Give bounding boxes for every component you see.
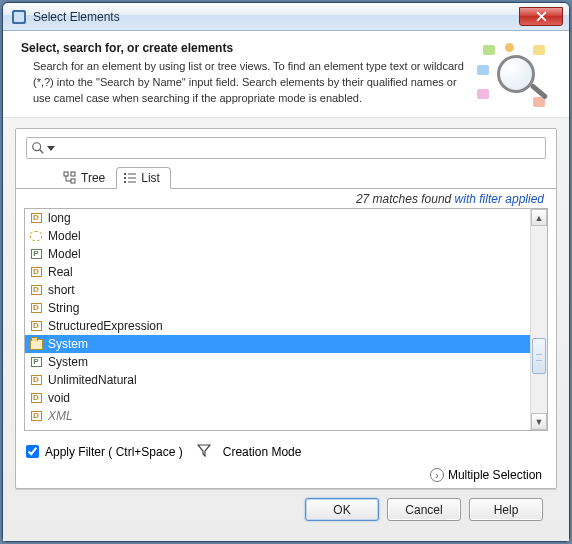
- funnel-icon[interactable]: [197, 443, 211, 460]
- close-icon: [536, 11, 547, 22]
- app-icon: [11, 9, 27, 25]
- svg-line-3: [40, 150, 44, 154]
- list-item[interactable]: DString: [25, 299, 530, 317]
- datatype-icon: D: [29, 374, 43, 387]
- search-dropdown-icon[interactable]: [47, 146, 55, 151]
- tab-list-label: List: [141, 171, 160, 185]
- close-button[interactable]: [519, 7, 563, 26]
- list-item-label: String: [48, 301, 79, 315]
- creation-mode-label[interactable]: Creation Mode: [223, 445, 302, 459]
- list-item[interactable]: Dlong: [25, 209, 530, 227]
- svg-rect-6: [71, 179, 75, 183]
- package-icon: [29, 338, 43, 351]
- list-item-label: XML: [48, 409, 73, 423]
- header-panel: Select, search for, or create elements S…: [3, 31, 569, 118]
- apply-filter-checkbox[interactable]: [26, 445, 39, 458]
- list-item[interactable]: Dshort: [25, 281, 530, 299]
- list-item-label: System: [48, 355, 88, 369]
- search-icon: [31, 141, 45, 155]
- status-line: 27 matches found with filter applied: [16, 189, 556, 208]
- datatype-icon: D: [29, 284, 43, 297]
- header-heading: Select, search for, or create elements: [21, 41, 465, 55]
- content-panel: Tree List 27 matches found with filter a…: [15, 128, 557, 489]
- view-tabs: Tree List: [16, 165, 556, 189]
- model-icon: [29, 230, 43, 243]
- dialog-body: Tree List 27 matches found with filter a…: [3, 118, 569, 541]
- filter-applied-link[interactable]: with filter applied: [455, 192, 544, 206]
- window-title: Select Elements: [33, 10, 519, 24]
- results-list-container: DlongModelPModelDRealDshortDStringDStruc…: [24, 208, 548, 431]
- svg-rect-7: [124, 173, 126, 175]
- header-illustration: [475, 41, 555, 111]
- list-item-label: System: [48, 337, 88, 351]
- svg-rect-4: [64, 172, 68, 176]
- list-item[interactable]: System: [25, 335, 530, 353]
- list-item-label: short: [48, 283, 75, 297]
- list-item[interactable]: DStructuredExpression: [25, 317, 530, 335]
- list-item[interactable]: DUnlimitedNatural: [25, 371, 530, 389]
- help-button[interactable]: Help: [469, 498, 543, 521]
- search-field[interactable]: [26, 137, 546, 159]
- list-item[interactable]: DXML: [25, 407, 530, 425]
- titlebar: Select Elements: [3, 3, 569, 31]
- list-item[interactable]: Model: [25, 227, 530, 245]
- scrollbar[interactable]: ▲ ▼: [530, 209, 547, 430]
- header-description: Search for an element by using list or t…: [21, 59, 465, 107]
- scroll-up-button[interactable]: ▲: [531, 209, 547, 226]
- list-item[interactable]: PModel: [25, 245, 530, 263]
- datatype-icon: D: [29, 320, 43, 333]
- list-item-label: UnlimitedNatural: [48, 373, 137, 387]
- svg-point-2: [33, 143, 41, 151]
- datatype-icon: D: [29, 302, 43, 315]
- profile-icon: P: [29, 356, 43, 369]
- list-item-label: Real: [48, 265, 73, 279]
- options-row: Apply Filter ( Ctrl+Space ) Creation Mod…: [16, 437, 556, 462]
- scroll-track[interactable]: [531, 226, 547, 413]
- search-input[interactable]: [55, 138, 541, 158]
- datatype-icon: D: [29, 410, 43, 423]
- list-item[interactable]: PSystem: [25, 353, 530, 371]
- tab-list[interactable]: List: [116, 167, 171, 189]
- datatype-icon: D: [29, 266, 43, 279]
- cancel-button[interactable]: Cancel: [387, 498, 461, 521]
- scroll-thumb[interactable]: [532, 338, 546, 374]
- button-bar: OK Cancel Help: [15, 498, 557, 533]
- list-icon: [123, 171, 137, 185]
- profile-icon: P: [29, 248, 43, 261]
- list-item-label: Model: [48, 229, 81, 243]
- scroll-down-button[interactable]: ▼: [531, 413, 547, 430]
- svg-rect-8: [124, 177, 126, 179]
- tree-icon: [63, 171, 77, 185]
- expand-icon[interactable]: ›: [430, 468, 444, 482]
- apply-filter-label[interactable]: Apply Filter ( Ctrl+Space ): [45, 445, 183, 459]
- datatype-icon: D: [29, 212, 43, 225]
- separator: [15, 489, 557, 490]
- ok-button[interactable]: OK: [305, 498, 379, 521]
- list-item-label: StructuredExpression: [48, 319, 163, 333]
- list-item-label: void: [48, 391, 70, 405]
- list-item-label: long: [48, 211, 71, 225]
- multiple-selection-row: › Multiple Selection: [16, 462, 556, 488]
- list-item[interactable]: DReal: [25, 263, 530, 281]
- tab-tree[interactable]: Tree: [56, 167, 116, 189]
- results-list[interactable]: DlongModelPModelDRealDshortDStringDStruc…: [25, 209, 530, 430]
- tab-tree-label: Tree: [81, 171, 105, 185]
- svg-rect-1: [14, 12, 24, 22]
- multiple-selection-label[interactable]: Multiple Selection: [448, 468, 542, 482]
- svg-rect-5: [71, 172, 75, 176]
- list-item[interactable]: Dvoid: [25, 389, 530, 407]
- svg-rect-9: [124, 181, 126, 183]
- list-item-label: Model: [48, 247, 81, 261]
- match-count: 27 matches found: [356, 192, 455, 206]
- datatype-icon: D: [29, 392, 43, 405]
- dialog-window: Select Elements Select, search for, or c…: [2, 2, 570, 542]
